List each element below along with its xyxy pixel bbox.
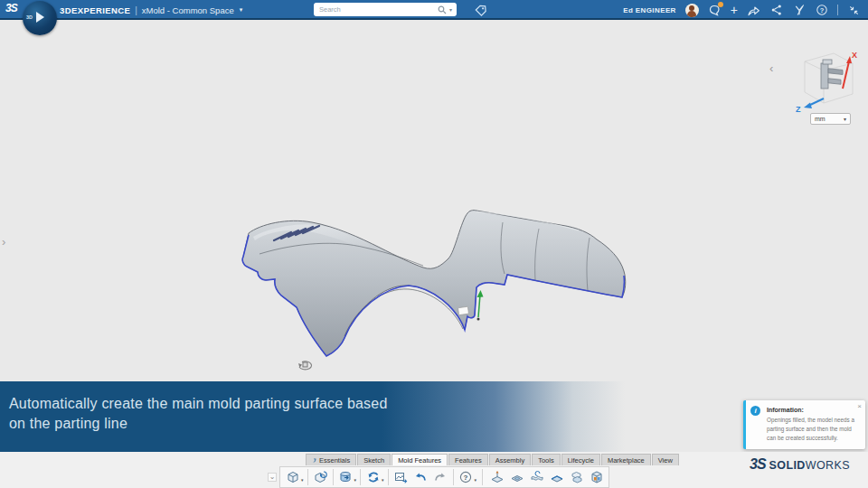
share-icon[interactable] xyxy=(769,4,783,17)
collapse-icon[interactable] xyxy=(847,4,861,17)
apps-icon[interactable] xyxy=(792,4,806,17)
units-value: mm xyxy=(815,116,826,122)
top-bar: 3S 3DEXPERIENCE | xMold - Common Space ▾… xyxy=(0,0,868,20)
undo-icon[interactable] xyxy=(411,468,430,487)
topbar-right-cluster: Ed ENGINEER + ? xyxy=(623,0,861,20)
dassault-3ds-logo: 3S xyxy=(5,2,17,14)
notifications-icon[interactable] xyxy=(708,4,722,17)
action-toolbar: ⌄ ▾ ▾ ▾ xyxy=(268,466,609,488)
compass-3d-label: 3D xyxy=(26,14,33,20)
info-title: Information: xyxy=(767,407,804,413)
topbar-divider xyxy=(837,5,838,15)
play-icon xyxy=(36,12,44,23)
search-options-chevron-icon[interactable]: ▾ xyxy=(449,6,452,13)
caret-icon[interactable]: ▾ xyxy=(301,477,304,483)
brand-separator: | xyxy=(135,5,137,15)
insert-part-icon[interactable] xyxy=(283,468,302,487)
tab-features[interactable]: Features xyxy=(448,454,488,465)
tab-view[interactable]: View xyxy=(652,454,679,465)
caret-icon[interactable]: ▾ xyxy=(354,477,357,483)
tab-mold-features[interactable]: Mold Features xyxy=(392,454,448,465)
caret-icon[interactable]: ▾ xyxy=(382,477,384,483)
svg-text:Z: Z xyxy=(796,105,801,114)
units-dropdown[interactable]: mm ▾ xyxy=(810,113,851,125)
axis-x: X xyxy=(843,51,857,89)
mold-part-model[interactable] xyxy=(0,20,868,381)
solidworks-logo: 3S SOLID WORKS xyxy=(750,456,850,473)
pin-icon xyxy=(312,457,317,464)
tab-essentials[interactable]: Essentials xyxy=(306,454,356,465)
redo-icon[interactable] xyxy=(431,468,450,487)
search-input[interactable] xyxy=(314,5,438,14)
search-icon[interactable] xyxy=(438,2,447,18)
3d-viewport[interactable]: › ‹ xyxy=(0,20,868,381)
forward-icon[interactable] xyxy=(747,4,760,17)
avatar[interactable] xyxy=(685,4,699,17)
bottom-bar: Essentials Sketch Mold Features Features… xyxy=(0,452,868,488)
tag-icon[interactable] xyxy=(474,4,487,17)
tab-tools[interactable]: Tools xyxy=(532,454,561,465)
3dexperience-compass[interactable]: 3D xyxy=(23,1,57,35)
ribbon-tabs: Essentials Sketch Mold Features Features… xyxy=(306,454,680,465)
part-history-icon[interactable] xyxy=(311,468,330,487)
rotate-cursor-icon xyxy=(298,361,312,370)
parting-surface-icon[interactable] xyxy=(527,468,546,487)
help-icon[interactable]: ? xyxy=(457,468,476,487)
save-icon[interactable] xyxy=(336,468,355,487)
instruction-line-2: on the parting line xyxy=(9,414,388,434)
units-chevron-icon: ▾ xyxy=(844,116,846,122)
svg-text:?: ? xyxy=(819,6,824,14)
information-toast: i Information: × Openings filled, the mo… xyxy=(743,400,865,449)
search-bar[interactable]: ▾ xyxy=(314,3,457,16)
notification-badge xyxy=(718,2,723,7)
chevron-down-icon[interactable]: ▾ xyxy=(240,6,243,14)
caret-icon[interactable]: ▾ xyxy=(475,477,477,483)
close-icon[interactable]: × xyxy=(857,402,862,410)
add-icon[interactable]: + xyxy=(731,4,738,17)
app-title[interactable]: 3DEXPERIENCE | xMold - Common Space ▾ xyxy=(60,0,242,20)
tab-lifecycle[interactable]: Lifecycle xyxy=(561,454,600,465)
instruction-text: Automatically create the main mold parti… xyxy=(9,394,388,434)
axis-z: Z xyxy=(796,99,824,114)
surface-icon[interactable] xyxy=(547,468,566,487)
export-image-icon[interactable] xyxy=(392,468,410,487)
tooling-split-icon[interactable] xyxy=(567,468,586,487)
triad-part-thumbnail xyxy=(821,60,843,89)
workspace-name: xMold - Common Space xyxy=(142,5,234,15)
update-icon[interactable] xyxy=(363,468,382,487)
parting-line-icon[interactable] xyxy=(487,468,506,487)
svg-text:X: X xyxy=(852,51,857,60)
instruction-line-1: Automatically create the main mold parti… xyxy=(9,394,388,414)
tab-assembly[interactable]: Assembly xyxy=(489,454,532,465)
help-icon[interactable]: ? xyxy=(815,4,828,17)
instruction-banner: Automatically create the main mold parti… xyxy=(0,381,868,452)
info-icon: i xyxy=(750,406,760,416)
dassault-ds-glyph: 3S xyxy=(750,456,766,473)
brand-name: 3DEXPERIENCE xyxy=(60,5,130,15)
toolbar-collapse-icon[interactable]: ⌄ xyxy=(268,473,277,482)
shutoff-surface-icon[interactable] xyxy=(507,468,526,487)
mold-icon[interactable] xyxy=(587,468,606,487)
svg-text:?: ? xyxy=(464,474,468,482)
info-body: Openings filled, the model needs a parti… xyxy=(767,416,861,442)
user-name[interactable]: Ed ENGINEER xyxy=(623,6,676,14)
tab-sketch[interactable]: Sketch xyxy=(357,454,391,465)
tab-marketplace[interactable]: Marketplace xyxy=(601,454,651,465)
pull-direction-arrow[interactable] xyxy=(477,290,484,321)
